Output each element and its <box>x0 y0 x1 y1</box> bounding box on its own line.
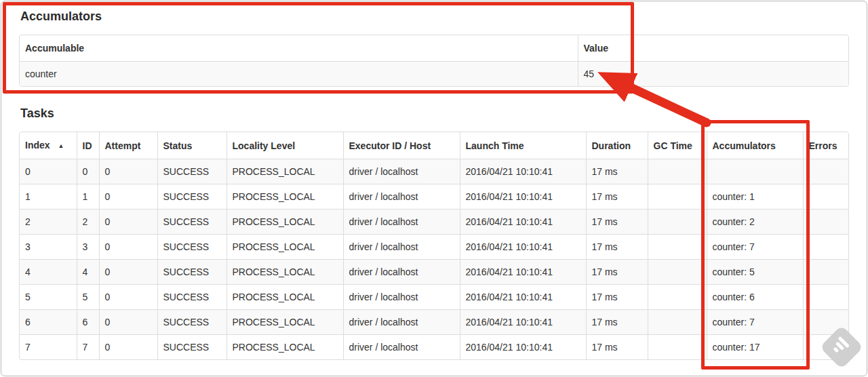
column-header-launch-time[interactable]: Launch Time <box>460 132 586 159</box>
cell-locality-level: PROCESS_LOCAL <box>226 310 343 335</box>
cell-accumulators: counter: 2 <box>707 210 803 235</box>
cell-accumulators: counter: 17 <box>707 335 803 360</box>
tasks-section-title: Tasks <box>20 106 849 121</box>
cell-errors <box>803 310 848 335</box>
cell-attempt: 0 <box>99 310 157 335</box>
cell-executor-id-host: driver / localhost <box>343 285 460 310</box>
cell-duration: 17 ms <box>586 184 648 210</box>
cell-duration: 17 ms <box>586 335 648 360</box>
cell-accumulators: counter: 1 <box>707 184 803 210</box>
cell-index: 3 <box>20 235 77 260</box>
column-header-errors[interactable]: Errors <box>803 132 848 159</box>
cell-gc-time <box>648 184 707 210</box>
cell-gc-time <box>648 159 707 184</box>
cell-duration: 17 ms <box>586 260 648 285</box>
cell-index: 7 <box>20 335 77 360</box>
cell-status: SUCCESS <box>157 210 226 235</box>
page-content: Accumulators AccumulableValuecounter45 T… <box>1 1 867 360</box>
table-row: 000SUCCESSPROCESS_LOCALdriver / localhos… <box>20 159 848 184</box>
accumulators-table-wrap: AccumulableValuecounter45 <box>19 35 849 87</box>
cell-status: SUCCESS <box>157 285 226 310</box>
cell-errors <box>803 260 848 285</box>
cell-locality-level: PROCESS_LOCAL <box>226 159 343 184</box>
cell-gc-time <box>648 210 707 235</box>
column-header-accumulable[interactable]: Accumulable <box>20 35 578 62</box>
cell-index: 6 <box>20 310 77 335</box>
cell-duration: 17 ms <box>586 235 648 260</box>
column-header-value[interactable]: Value <box>578 35 848 62</box>
cell-accumulators: counter: 5 <box>707 260 803 285</box>
cell-gc-time <box>648 285 707 310</box>
cell-executor-id-host: driver / localhost <box>343 335 460 360</box>
cell-errors <box>803 210 848 235</box>
table-row: 330SUCCESSPROCESS_LOCALdriver / localhos… <box>20 235 848 260</box>
table-row: 110SUCCESSPROCESS_LOCALdriver / localhos… <box>20 184 848 210</box>
cell-accumulators: counter: 7 <box>707 310 803 335</box>
cell-status: SUCCESS <box>157 335 226 360</box>
cell-attempt: 0 <box>99 184 157 210</box>
cell-status: SUCCESS <box>157 310 226 335</box>
cell-executor-id-host: driver / localhost <box>343 184 460 210</box>
cell-errors <box>803 184 848 210</box>
column-header-gc-time[interactable]: GC Time <box>648 132 707 159</box>
column-header-accumulators[interactable]: Accumulators <box>707 132 803 159</box>
table-row: 550SUCCESSPROCESS_LOCALdriver / localhos… <box>20 285 848 310</box>
cell-launch-time: 2016/04/21 10:10:41 <box>460 310 586 335</box>
accumulators-section-title: Accumulators <box>20 9 849 24</box>
table-row: counter45 <box>20 62 848 87</box>
cell-gc-time <box>648 335 707 360</box>
cell-gc-time <box>648 310 707 335</box>
cell-launch-time: 2016/04/21 10:10:41 <box>460 210 586 235</box>
cell-duration: 17 ms <box>586 159 648 184</box>
cell-locality-level: PROCESS_LOCAL <box>226 285 343 310</box>
cell-launch-time: 2016/04/21 10:10:41 <box>460 285 586 310</box>
accumulators-table: AccumulableValuecounter45 <box>20 35 848 86</box>
column-header-index[interactable]: Index▲ <box>20 132 77 159</box>
cell-index: 5 <box>20 285 77 310</box>
cell-locality-level: PROCESS_LOCAL <box>226 235 343 260</box>
cell-launch-time: 2016/04/21 10:10:41 <box>460 235 586 260</box>
cell-accumulators: counter: 6 <box>707 285 803 310</box>
cell-duration: 17 ms <box>586 210 648 235</box>
column-header-executor-id-host[interactable]: Executor ID / Host <box>343 132 460 159</box>
cell-locality-level: PROCESS_LOCAL <box>226 184 343 210</box>
cell-status: SUCCESS <box>157 260 226 285</box>
cell-index: 1 <box>20 184 77 210</box>
column-header-duration[interactable]: Duration <box>586 132 648 159</box>
sort-ascending-icon: ▲ <box>58 142 64 149</box>
cell-id: 7 <box>77 335 99 360</box>
cell-accumulable: counter <box>20 62 578 87</box>
cell-errors <box>803 285 848 310</box>
cell-executor-id-host: driver / localhost <box>343 235 460 260</box>
column-header-locality-level[interactable]: Locality Level <box>226 132 343 159</box>
cell-duration: 17 ms <box>586 285 648 310</box>
cell-index: 2 <box>20 210 77 235</box>
cell-attempt: 0 <box>99 285 157 310</box>
tasks-table-wrap: Index▲IDAttemptStatusLocality LevelExecu… <box>19 132 849 360</box>
spark-stage-page: Accumulators AccumulableValuecounter45 T… <box>1 1 867 376</box>
cell-attempt: 0 <box>99 335 157 360</box>
cell-index: 4 <box>20 260 77 285</box>
cell-status: SUCCESS <box>157 159 226 184</box>
table-row: 440SUCCESSPROCESS_LOCALdriver / localhos… <box>20 260 848 285</box>
cell-duration: 17 ms <box>586 310 648 335</box>
cell-executor-id-host: driver / localhost <box>343 159 460 184</box>
tasks-table: Index▲IDAttemptStatusLocality LevelExecu… <box>20 132 848 359</box>
cell-id: 4 <box>77 260 99 285</box>
column-header-attempt[interactable]: Attempt <box>99 132 157 159</box>
cell-id: 5 <box>77 285 99 310</box>
cell-status: SUCCESS <box>157 184 226 210</box>
cell-errors <box>803 159 848 184</box>
cell-locality-level: PROCESS_LOCAL <box>226 335 343 360</box>
cell-accumulators <box>707 159 803 184</box>
cell-id: 1 <box>77 184 99 210</box>
column-header-status[interactable]: Status <box>157 132 226 159</box>
cell-errors <box>803 335 848 360</box>
cell-id: 0 <box>77 159 99 184</box>
cell-id: 6 <box>77 310 99 335</box>
table-row: 660SUCCESSPROCESS_LOCALdriver / localhos… <box>20 310 848 335</box>
cell-id: 3 <box>77 235 99 260</box>
cell-executor-id-host: driver / localhost <box>343 310 460 335</box>
column-header-id[interactable]: ID <box>77 132 99 159</box>
header-row: Index▲IDAttemptStatusLocality LevelExecu… <box>20 132 848 159</box>
